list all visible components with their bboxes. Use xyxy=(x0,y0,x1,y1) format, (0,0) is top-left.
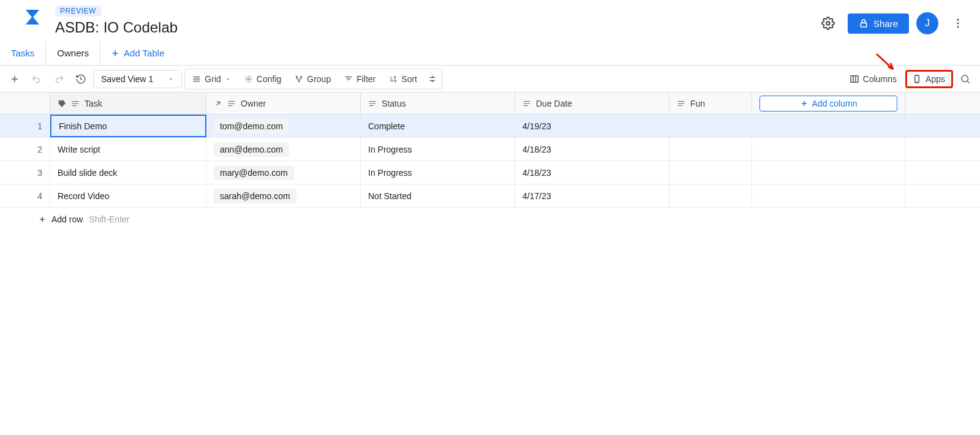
svg-point-0 xyxy=(826,21,830,25)
row-number[interactable]: 1 xyxy=(0,115,50,137)
cell-fun[interactable] xyxy=(669,184,752,207)
filter-button[interactable]: Filter xyxy=(338,70,382,88)
tab-tasks[interactable]: Tasks xyxy=(0,41,46,65)
cell-due[interactable]: 4/18/23 xyxy=(515,161,669,184)
search-button[interactable] xyxy=(956,69,975,89)
share-button[interactable]: Share xyxy=(848,13,909,34)
list-icon xyxy=(192,75,201,83)
cell-fun[interactable] xyxy=(669,115,752,137)
config-button[interactable]: Config xyxy=(238,70,287,88)
column-header-fun[interactable]: Fun xyxy=(669,93,752,114)
text-icon xyxy=(522,99,531,108)
table-tabs: Tasks Owners Add Table xyxy=(0,41,980,66)
add-row[interactable]: Add row Shift-Enter xyxy=(0,208,980,231)
filter-icon xyxy=(344,75,353,83)
plus-icon xyxy=(110,48,120,58)
cell-status[interactable]: In Progress xyxy=(361,161,515,184)
cell-status[interactable]: Complete xyxy=(361,115,515,137)
sort-button[interactable]: Sort xyxy=(383,70,423,88)
columns-button[interactable]: Columns xyxy=(843,70,903,88)
more-vert-icon xyxy=(952,17,964,29)
cell-owner[interactable]: ann@demo.com xyxy=(206,138,361,161)
history-button[interactable] xyxy=(71,69,91,89)
column-header-owner[interactable]: Owner xyxy=(206,93,361,114)
settings-button[interactable] xyxy=(816,11,840,36)
svg-point-11 xyxy=(962,75,968,82)
user-avatar[interactable]: J xyxy=(916,12,938,34)
cell-fun[interactable] xyxy=(669,138,752,161)
svg-point-4 xyxy=(957,26,959,28)
gear-icon xyxy=(821,17,835,30)
add-button[interactable] xyxy=(5,69,24,89)
history-icon xyxy=(75,74,86,85)
apps-button[interactable]: Apps xyxy=(905,70,953,88)
cell-status[interactable]: In Progress xyxy=(361,138,515,161)
ref-icon xyxy=(214,99,222,108)
row-number[interactable]: 3 xyxy=(0,161,50,184)
cell-empty[interactable] xyxy=(752,115,905,137)
cell-status[interactable]: Not Started xyxy=(361,184,515,207)
undo-button[interactable] xyxy=(27,69,47,89)
cell-owner[interactable]: mary@demo.com xyxy=(206,161,361,184)
svg-point-8 xyxy=(298,80,300,81)
preview-badge: PREVIEW xyxy=(55,6,101,17)
row-number[interactable]: 2 xyxy=(0,138,50,161)
cell-due[interactable]: 4/17/23 xyxy=(515,184,669,207)
config-label: Config xyxy=(257,74,281,84)
add-row-label: Add row xyxy=(51,214,83,224)
columns-icon xyxy=(850,74,859,84)
svg-rect-9 xyxy=(851,75,858,82)
row-height-button[interactable] xyxy=(424,71,440,87)
rownum-header xyxy=(0,93,50,114)
group-button[interactable]: Group xyxy=(288,70,337,88)
plus-icon xyxy=(38,215,47,224)
table-row[interactable]: 4 Record Video sarah@demo.com Not Starte… xyxy=(0,184,980,208)
view-toolbar: Saved View 1 Grid Config Group Filter So… xyxy=(0,66,980,93)
svg-rect-1 xyxy=(861,23,866,27)
column-header-status[interactable]: Status xyxy=(361,93,515,114)
page-title[interactable]: ASDB: IO Codelab xyxy=(55,19,178,36)
column-header-task[interactable]: Task xyxy=(50,93,206,114)
search-icon xyxy=(960,74,971,85)
cell-fun[interactable] xyxy=(669,161,752,184)
add-column-button[interactable]: Add column xyxy=(760,96,897,112)
row-number[interactable]: 4 xyxy=(0,184,50,207)
filter-label: Filter xyxy=(356,74,375,84)
svg-point-2 xyxy=(957,19,959,21)
cell-due[interactable]: 4/18/23 xyxy=(515,138,669,161)
table-row[interactable]: 2 Write script ann@demo.com In Progress … xyxy=(0,138,980,161)
cell-empty[interactable] xyxy=(752,184,905,207)
cell-task[interactable]: Build slide deck xyxy=(50,161,206,184)
text-icon xyxy=(677,99,685,108)
add-table-button[interactable]: Add Table xyxy=(100,48,174,58)
tab-owners[interactable]: Owners xyxy=(46,41,100,65)
cell-task[interactable]: Record Video xyxy=(50,184,206,207)
text-icon xyxy=(227,99,236,108)
apps-label: Apps xyxy=(925,74,945,84)
cell-task[interactable]: Finish Demo xyxy=(50,115,206,137)
label-icon xyxy=(58,99,66,108)
cell-empty[interactable] xyxy=(752,161,905,184)
gear-icon xyxy=(244,75,253,83)
lock-icon xyxy=(859,18,869,28)
cell-empty[interactable] xyxy=(752,138,905,161)
cell-owner[interactable]: tom@demo.com xyxy=(206,115,361,137)
svg-point-5 xyxy=(247,78,250,80)
cell-owner[interactable]: sarah@demo.com xyxy=(206,184,361,207)
grid-header: Task Owner Status Due Date Fun Add colum… xyxy=(0,93,980,115)
sort-label: Sort xyxy=(401,74,417,84)
share-label: Share xyxy=(873,18,898,29)
row-height-icon xyxy=(428,75,437,83)
table-row[interactable]: 3 Build slide deck mary@demo.com In Prog… xyxy=(0,161,980,184)
add-column-header: Add column xyxy=(752,93,905,114)
grid-view-button[interactable]: Grid xyxy=(186,70,236,88)
cell-task[interactable]: Write script xyxy=(50,138,206,161)
cell-due[interactable]: 4/19/23 xyxy=(515,115,669,137)
redo-button[interactable] xyxy=(49,69,69,89)
view-selector[interactable]: Saved View 1 xyxy=(93,70,182,88)
more-menu-button[interactable] xyxy=(946,11,970,36)
column-header-due[interactable]: Due Date xyxy=(515,93,669,114)
redo-icon xyxy=(53,74,64,85)
table-row[interactable]: 1 Finish Demo tom@demo.com Complete 4/19… xyxy=(0,115,980,138)
svg-point-6 xyxy=(296,76,298,77)
